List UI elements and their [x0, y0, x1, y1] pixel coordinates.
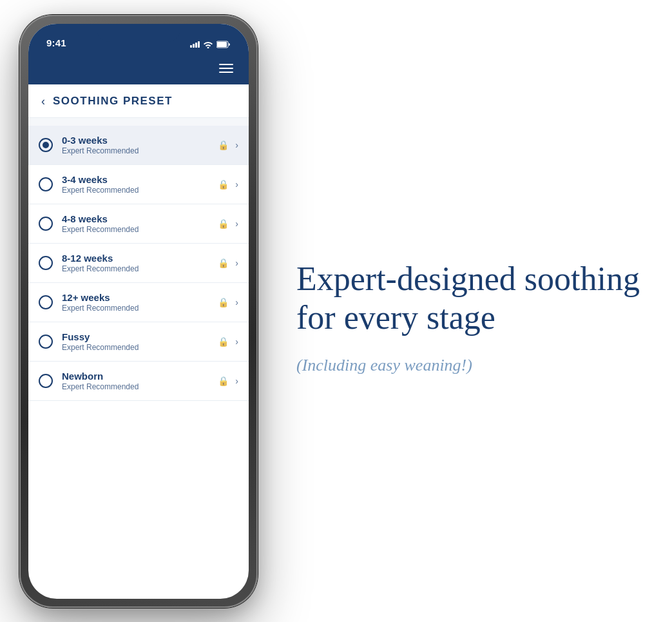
radio-button-4 [39, 256, 53, 270]
page-wrapper: 9:41 [0, 0, 672, 622]
item-text-2: 3-4 weeks Expert Recommended [62, 174, 218, 195]
back-button[interactable]: ‹ [41, 95, 45, 108]
status-time: 9:41 [46, 37, 66, 48]
chevron-right-icon-3: › [235, 219, 238, 229]
item-actions-4: 🔒 › [218, 258, 238, 268]
signal-bar-1 [190, 45, 192, 48]
radio-button-5 [39, 295, 53, 309]
preset-item-7[interactable]: Newborn Expert Recommended 🔒 › [28, 362, 249, 401]
sub-headline: (Including easy weaning!) [296, 356, 640, 375]
hamburger-line-2 [219, 68, 233, 69]
signal-bars-icon [190, 41, 200, 48]
item-text-3: 4-8 weeks Expert Recommended [62, 213, 218, 234]
item-subtitle-6: Expert Recommended [62, 343, 218, 352]
chevron-right-icon-4: › [235, 258, 238, 268]
battery-icon [216, 41, 231, 48]
item-actions-6: 🔒 › [218, 336, 238, 347]
lock-icon-6: 🔒 [218, 336, 229, 347]
item-subtitle-4: Expert Recommended [62, 264, 218, 273]
item-subtitle-2: Expert Recommended [62, 186, 218, 195]
item-text-4: 8-12 weeks Expert Recommended [62, 253, 218, 273]
item-title-7: Newborn [62, 371, 218, 382]
screen-content: ‹ SOOTHING PRESET 0-3 weeks Expert Recom… [28, 84, 249, 401]
preset-item-1[interactable]: 0-3 weeks Expert Recommended 🔒 › [28, 126, 249, 165]
item-text-6: Fussy Expert Recommended [62, 331, 218, 352]
item-title-3: 4-8 weeks [62, 213, 218, 224]
item-actions-7: 🔒 › [218, 376, 238, 386]
hamburger-line-1 [219, 64, 233, 65]
item-title-1: 0-3 weeks [62, 135, 218, 146]
item-text-1: 0-3 weeks Expert Recommended [62, 135, 218, 155]
lock-icon-7: 🔒 [218, 376, 229, 386]
chevron-right-icon-1: › [235, 140, 238, 150]
item-title-4: 8-12 weeks [62, 253, 218, 264]
lock-icon-4: 🔒 [218, 258, 229, 268]
item-actions-1: 🔒 › [218, 140, 238, 150]
hamburger-line-3 [219, 72, 233, 73]
preset-item-3[interactable]: 4-8 weeks Expert Recommended 🔒 › [28, 204, 249, 244]
nav-bar [28, 52, 249, 84]
lock-icon-3: 🔒 [218, 219, 229, 229]
status-icons [190, 41, 231, 48]
radio-button-6 [39, 335, 53, 349]
radio-button-3 [39, 217, 53, 231]
phone-inner: 9:41 [28, 24, 249, 599]
item-actions-5: 🔒 › [218, 297, 238, 307]
item-subtitle-7: Expert Recommended [62, 382, 218, 391]
item-subtitle-1: Expert Recommended [62, 146, 218, 155]
item-subtitle-5: Expert Recommended [62, 304, 218, 313]
hamburger-menu-button[interactable] [219, 64, 233, 73]
chevron-right-icon-6: › [235, 336, 238, 347]
item-actions-2: 🔒 › [218, 179, 238, 190]
lock-icon-5: 🔒 [218, 297, 229, 307]
signal-bar-4 [198, 41, 200, 48]
lock-icon-2: 🔒 [218, 179, 229, 190]
svg-rect-1 [217, 42, 227, 47]
item-text-7: Newborn Expert Recommended [62, 371, 218, 391]
radio-inner-1 [43, 142, 49, 148]
notch [97, 24, 180, 42]
radio-button-1 [39, 138, 53, 152]
screen-title: SOOTHING PRESET [53, 95, 173, 108]
preset-item-6[interactable]: Fussy Expert Recommended 🔒 › [28, 322, 249, 362]
preset-item-5[interactable]: 12+ weeks Expert Recommended 🔒 › [28, 283, 249, 322]
wifi-icon [203, 41, 213, 48]
chevron-right-icon-7: › [235, 376, 238, 386]
item-actions-3: 🔒 › [218, 219, 238, 229]
preset-item-2[interactable]: 3-4 weeks Expert Recommended 🔒 › [28, 165, 249, 204]
preset-list: 0-3 weeks Expert Recommended 🔒 › 3-4 wee… [28, 126, 249, 401]
signal-bar-3 [195, 43, 197, 48]
item-text-5: 12+ weeks Expert Recommended [62, 292, 218, 313]
item-title-5: 12+ weeks [62, 292, 218, 303]
chevron-right-icon-5: › [235, 297, 238, 307]
screen-header: ‹ SOOTHING PRESET [28, 84, 249, 118]
chevron-right-icon-2: › [235, 179, 238, 190]
phone-shell: 9:41 [19, 15, 258, 608]
item-title-2: 3-4 weeks [62, 174, 218, 185]
item-title-6: Fussy [62, 331, 218, 342]
status-bar: 9:41 [28, 24, 249, 52]
signal-bar-2 [193, 44, 195, 48]
right-text-section: Expert-designed soothing for every stage… [258, 221, 672, 402]
preset-item-4[interactable]: 8-12 weeks Expert Recommended 🔒 › [28, 244, 249, 283]
lock-icon-1: 🔒 [218, 140, 229, 150]
main-headline: Expert-designed soothing for every stage [296, 260, 640, 337]
item-subtitle-3: Expert Recommended [62, 225, 218, 234]
radio-button-7 [39, 374, 53, 388]
radio-button-2 [39, 177, 53, 191]
